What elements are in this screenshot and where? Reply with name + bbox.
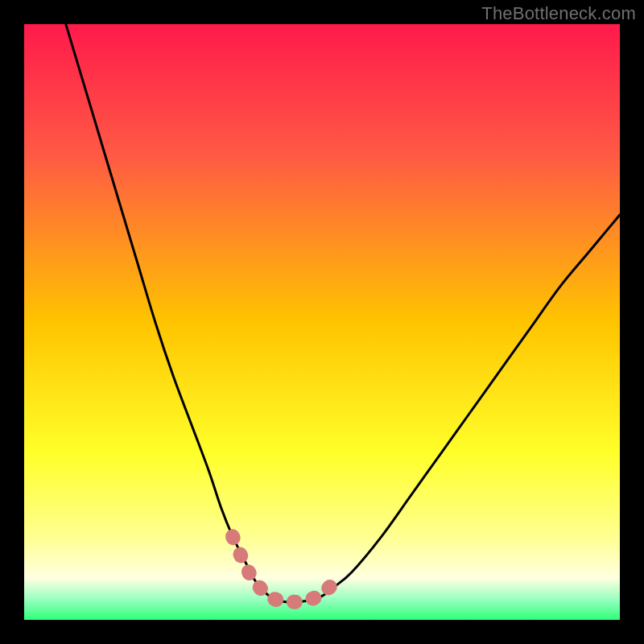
watermark-text: TheBottleneck.com (481, 3, 636, 24)
optimal-zone-marker (233, 536, 334, 601)
bottleneck-curve (66, 24, 620, 602)
chart-frame: TheBottleneck.com (0, 0, 644, 644)
curve-layer (24, 24, 620, 620)
plot-area (24, 24, 620, 620)
